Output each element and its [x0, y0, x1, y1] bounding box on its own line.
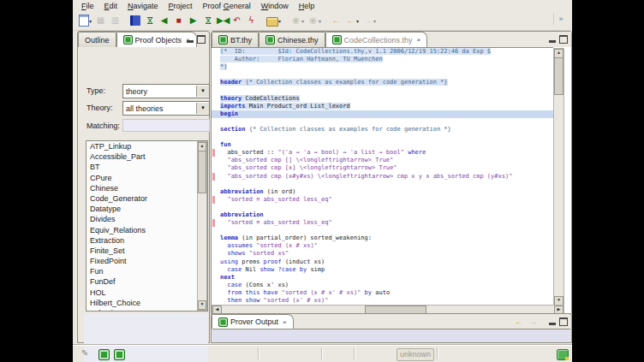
code-line [212, 134, 553, 141]
menu-item-window[interactable]: Window [256, 1, 294, 11]
restart-button[interactable]: ↶ [230, 12, 244, 29]
close-icon[interactable]: × [417, 36, 421, 44]
code-line: imports Main Product_ord List_lexord [212, 103, 553, 110]
back-arrow-icon[interactable]: ← [515, 317, 523, 326]
minimize-icon[interactable] [187, 40, 194, 43]
tab-prover-output[interactable]: Prover Output × [212, 314, 294, 329]
console-icon[interactable] [557, 349, 569, 360]
code-editor[interactable]: (* ID: $Id: CodeCollections.thy,v 1.1 20… [212, 47, 553, 306]
next-step-button[interactable]: ▶ [186, 12, 200, 29]
tab-proof-objects-label: Proof Objects [135, 36, 182, 45]
menu-item-file[interactable]: File [76, 1, 99, 11]
pg-status-icon[interactable] [114, 349, 125, 360]
status-bar: ✎ unknown [73, 345, 572, 362]
back-history-button[interactable]: ←▾ [343, 12, 361, 29]
list-item[interactable]: Fun [86, 266, 199, 276]
pg-status-icon[interactable] [98, 349, 110, 360]
list-item[interactable]: BT [86, 162, 199, 172]
open-folder-button[interactable]: ▾ [265, 12, 283, 29]
list-item[interactable]: CPure [86, 173, 199, 183]
dropdown-arrow-icon[interactable]: ▾ [301, 18, 304, 24]
tab-bt-thy[interactable]: BT.thy [212, 32, 259, 47]
print-button[interactable]: ▥ [108, 12, 122, 29]
folder-icon [266, 17, 278, 27]
menu-item-project[interactable]: Project [164, 1, 198, 11]
prover-state-button[interactable]: unknown [397, 348, 434, 361]
code-line: assumes "sorted (x # xs)" [212, 242, 553, 250]
code-line: "sorted ≡ abs_sorted less_eq" [212, 196, 553, 204]
menu-item-edit[interactable]: Edit [99, 1, 123, 11]
list-item[interactable]: Inductive [86, 308, 199, 311]
list-item[interactable]: Chinese [86, 183, 199, 193]
list-item[interactable]: Accessible_Part [86, 151, 199, 162]
list-item[interactable]: Divides [86, 214, 199, 224]
forward-arrow-icon[interactable]: → [528, 317, 537, 326]
back-button[interactable]: ← [329, 12, 343, 29]
toolbar-separator [259, 14, 265, 27]
pen-icon: ✎ [81, 348, 88, 358]
stop-button[interactable]: ■ [171, 12, 186, 29]
new-wizard-button[interactable]: ▾ [77, 12, 93, 29]
tab-chinese-thy[interactable]: Chinese.thy [259, 32, 325, 47]
minimize-icon[interactable] [549, 323, 556, 325]
process-queue-button[interactable]: ⋈ [200, 12, 215, 29]
editor-vscrollbar[interactable]: ▲ ▼ [553, 48, 564, 306]
list-item[interactable]: ATP_Linkup [86, 141, 199, 151]
tab-outline[interactable]: Outline [78, 32, 116, 47]
maximize-icon[interactable] [197, 35, 206, 44]
list-item[interactable]: FixedPoint [86, 256, 199, 266]
undo-step-button[interactable]: ◀ [157, 12, 171, 29]
perspective-overflow-icon[interactable]: » [553, 13, 568, 25]
list-item[interactable]: Finite_Set [86, 246, 199, 256]
dropdown-arrow-icon[interactable]: ▾ [89, 18, 92, 24]
chevron-down-icon[interactable]: ▼ [196, 103, 209, 114]
code-line: abbreviation [212, 211, 553, 219]
maximize-icon[interactable] [559, 317, 568, 326]
menu-bar: FileEditNavigateProjectProof GeneralWind… [73, 0, 572, 11]
close-icon[interactable]: × [283, 318, 287, 326]
dropdown-arrow-icon[interactable]: ▾ [373, 18, 376, 24]
debug-button[interactable]: ◉▾ [306, 12, 323, 29]
dropdown-arrow-icon[interactable]: ▾ [356, 18, 359, 24]
dropdown-arrow-icon[interactable]: ▾ [319, 18, 321, 24]
menu-item-navigate[interactable]: Navigate [122, 1, 164, 11]
save-button[interactable]: ▦ [93, 12, 108, 29]
type-select[interactable]: theory ▼ [122, 84, 210, 98]
maximize-icon[interactable] [559, 35, 568, 44]
menu-item-help[interactable]: Help [294, 1, 320, 11]
list-item[interactable]: FunDef [86, 276, 199, 287]
code-line: "abs_sorted cmp [] \<longleftrightarrow>… [212, 157, 553, 164]
activate-scripting-button[interactable] [128, 12, 142, 29]
code-line [212, 204, 553, 211]
list-item[interactable]: Datatype [86, 204, 199, 214]
code-line: from this have "sorted (x # x' # xs)" by… [212, 289, 553, 297]
list-item[interactable]: HOL [86, 288, 199, 298]
tab-outline-label: Outline [85, 36, 110, 45]
code-line [212, 181, 553, 188]
toolbar-separator [283, 14, 289, 27]
theory-select[interactable]: all theories ▼ [122, 101, 210, 116]
run-button[interactable]: ◉▾ [289, 12, 306, 29]
process-to-end-button[interactable]: ⋈ [142, 12, 157, 29]
prover-output-content[interactable] [212, 329, 570, 342]
menu-item-proof-general[interactable]: Proof General [198, 1, 256, 11]
annotation-marker [212, 219, 215, 227]
list-item[interactable]: Equiv_Relations [86, 225, 199, 235]
minimize-icon[interactable] [549, 40, 556, 43]
goto-button[interactable]: ▶◀ [215, 12, 230, 29]
chevron-down-icon[interactable]: ▼ [196, 86, 209, 97]
theory-label: Theory: [86, 104, 113, 112]
list-item[interactable]: Extraction [86, 235, 199, 246]
list-item[interactable]: Code_Generator [86, 193, 199, 204]
matching-input[interactable] [122, 119, 210, 132]
tab-proof-objects[interactable]: Proof Objects × [116, 32, 197, 47]
dropdown-arrow-icon[interactable]: ▾ [278, 18, 281, 24]
code-line: using prems proof (induct xs) [212, 258, 553, 266]
prover-output-view: Prover Output × ← → [211, 313, 572, 343]
tab-codecollections-thy-label: CodeCollections.thy [344, 36, 413, 45]
forward-history-button[interactable]: →▾ [361, 12, 378, 29]
tab-codecollections-thy[interactable]: CodeCollections.thy × [325, 32, 428, 47]
interrupt-button[interactable]: ϟ [244, 12, 259, 29]
list-item[interactable]: Hilbert_Choice [86, 298, 199, 308]
list-scrollbar[interactable]: ▲ ▼ [197, 141, 207, 311]
